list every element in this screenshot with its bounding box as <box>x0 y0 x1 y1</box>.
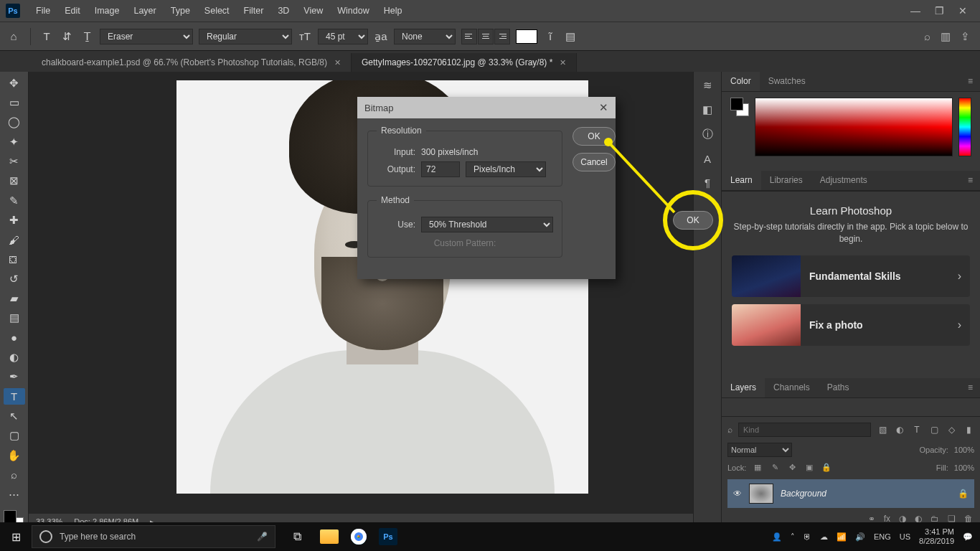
tool-preset-select[interactable]: Eraser <box>100 29 193 44</box>
lock-icon[interactable]: 🔒 <box>958 489 969 499</box>
tray-security-icon[interactable]: ⛨ <box>804 532 811 541</box>
menu-filter[interactable]: Filter <box>237 6 271 16</box>
filter-type-icon[interactable]: T <box>911 425 923 435</box>
lock-artboard-icon[interactable]: ▣ <box>804 463 815 472</box>
filter-pixel-icon[interactable]: ▧ <box>877 425 888 435</box>
use-select[interactable]: 50% Threshold <box>421 217 553 232</box>
output-unit-select[interactable]: Pixels/Inch <box>466 161 546 177</box>
menu-layer[interactable]: Layer <box>126 6 163 16</box>
close-icon[interactable]: ✕ <box>560 58 566 67</box>
filter-shape-icon[interactable]: ▢ <box>928 425 940 435</box>
align-center-icon[interactable] <box>478 29 494 44</box>
lesson-fix-photo[interactable]: Fix a photo › <box>732 304 970 346</box>
tab-color[interactable]: Color <box>722 72 760 91</box>
lasso-tool-icon[interactable]: ◯ <box>4 114 25 131</box>
align-left-icon[interactable] <box>461 29 477 44</box>
tray-onedrive-icon[interactable]: ☁ <box>820 532 828 542</box>
menu-3d[interactable]: 3D <box>270 6 296 16</box>
window-close-icon[interactable]: ✕ <box>958 5 967 17</box>
eraser-tool-icon[interactable]: ▰ <box>4 290 25 306</box>
history-panel-icon[interactable]: ≋ <box>703 79 712 92</box>
mic-icon[interactable]: 🎤 <box>257 532 268 542</box>
blend-mode-select[interactable]: Normal <box>727 443 792 457</box>
dodge-tool-icon[interactable]: ◐ <box>4 349 25 365</box>
lock-move-icon[interactable]: ✥ <box>786 463 798 472</box>
type-orientation-icon[interactable]: ⇵ <box>60 30 74 43</box>
filter-smart-icon[interactable]: ◇ <box>946 425 957 435</box>
type-tool-icon[interactable]: T <box>39 30 54 42</box>
fill-value[interactable]: 100% <box>954 463 974 472</box>
tab-layers[interactable]: Layers <box>722 378 765 397</box>
menu-type[interactable]: Type <box>164 6 197 16</box>
layer-background[interactable]: 👁 Background 🔒 <box>727 479 974 508</box>
align-right-icon[interactable] <box>494 29 510 44</box>
marquee-tool-icon[interactable]: ▭ <box>4 94 25 110</box>
tab-libraries[interactable]: Libraries <box>761 171 811 190</box>
cancel-button[interactable]: Cancel <box>573 153 616 171</box>
tray-lang[interactable]: ENG <box>874 532 891 541</box>
blur-tool-icon[interactable]: ● <box>4 329 25 346</box>
zoom-tool-icon[interactable]: ⌕ <box>4 466 25 483</box>
paragraph-panel-icon[interactable]: ¶ <box>705 176 710 189</box>
share-icon[interactable]: ⇪ <box>961 30 970 43</box>
path-select-icon[interactable]: ↖ <box>4 408 25 424</box>
close-icon[interactable]: ✕ <box>334 58 341 67</box>
tab-paths[interactable]: Paths <box>819 378 858 397</box>
tray-people-icon[interactable]: 👤 <box>772 532 782 542</box>
filter-search-icon[interactable]: ⌕ <box>727 425 732 435</box>
layer-name[interactable]: Background <box>781 489 951 499</box>
tray-chevron-icon[interactable]: ˄ <box>791 532 795 542</box>
pen-tool-icon[interactable]: ✒ <box>4 369 25 385</box>
window-minimize-icon[interactable]: — <box>910 5 920 17</box>
window-restore-icon[interactable]: ❐ <box>935 5 944 17</box>
lesson-fundamental-skills[interactable]: Fundamental Skills › <box>732 255 970 297</box>
dialog-titlebar[interactable]: Bitmap ✕ <box>357 97 616 118</box>
tray-volume-icon[interactable]: 🔊 <box>855 532 865 542</box>
task-view-icon[interactable]: ⧉ <box>283 525 311 548</box>
arrange-docs-icon[interactable]: ▥ <box>941 30 951 43</box>
ok-button[interactable]: OK <box>573 127 616 146</box>
lock-all-icon[interactable]: 🔒 <box>821 463 832 472</box>
lock-trans-icon[interactable]: ▦ <box>752 463 763 472</box>
eyedrop-tool-icon[interactable]: ✎ <box>4 192 25 209</box>
tab-swatches[interactable]: Swatches <box>760 72 814 91</box>
panel-menu-icon[interactable]: ≡ <box>961 378 980 397</box>
search-icon[interactable]: ⌕ <box>924 30 930 43</box>
anti-alias-select[interactable]: None <box>394 29 456 44</box>
tab-channels[interactable]: Channels <box>765 378 819 397</box>
tray-network-icon[interactable]: 📶 <box>837 532 847 542</box>
tab-learn[interactable]: Learn <box>722 171 761 190</box>
font-size-select[interactable]: 45 pt <box>318 29 368 44</box>
tray-locale[interactable]: US <box>900 532 910 541</box>
filter-adjust-icon[interactable]: ◐ <box>894 425 905 435</box>
move-tool-icon[interactable]: ✥ <box>4 75 25 91</box>
photoshop-taskbar-icon[interactable]: Ps <box>379 528 397 545</box>
document-tab-active[interactable]: GettyImages-1092706102.jpg @ 33.3% (Gray… <box>352 53 577 72</box>
menu-window[interactable]: Window <box>330 6 376 16</box>
font-style-select[interactable]: Regular <box>199 29 292 44</box>
opacity-value[interactable]: 100% <box>954 446 974 454</box>
panel-menu-icon[interactable]: ≡ <box>961 72 980 91</box>
filter-toggle-icon[interactable]: ▮ <box>963 425 974 435</box>
tray-notifications-icon[interactable]: 💬 <box>963 532 973 542</box>
layer-filter-------input[interactable] <box>738 423 871 437</box>
shape-tool-icon[interactable]: ▢ <box>4 428 25 444</box>
text-color-swatch[interactable] <box>516 29 537 44</box>
hand-tool-icon[interactable]: ✋ <box>4 447 25 463</box>
heal-tool-icon[interactable]: ✚ <box>4 212 25 228</box>
wand-tool-icon[interactable]: ✦ <box>4 133 25 150</box>
visibility-icon[interactable]: 👁 <box>733 489 742 499</box>
home-icon[interactable]: ⌂ <box>6 30 22 42</box>
tray-clock[interactable]: 3:41 PM 8/28/2019 <box>919 527 954 546</box>
crop-tool-icon[interactable]: ✂ <box>4 153 25 169</box>
edit-toolbar-icon[interactable]: ⋯ <box>4 486 25 503</box>
taskbar-search[interactable]: Type here to search 🎤 <box>32 525 275 548</box>
hue-strip[interactable] <box>958 98 971 156</box>
chrome-icon[interactable] <box>351 529 367 545</box>
document-tab-inactive[interactable]: chalkboard-example1.psd @ 66.7% (Robert'… <box>32 53 352 72</box>
type-warp-icon[interactable]: Ṯ <box>80 30 94 43</box>
menu-image[interactable]: Image <box>88 6 127 16</box>
properties-panel-icon[interactable]: ◧ <box>702 103 712 116</box>
menu-edit[interactable]: Edit <box>57 6 88 16</box>
panel-menu-icon[interactable]: ≡ <box>961 171 980 190</box>
